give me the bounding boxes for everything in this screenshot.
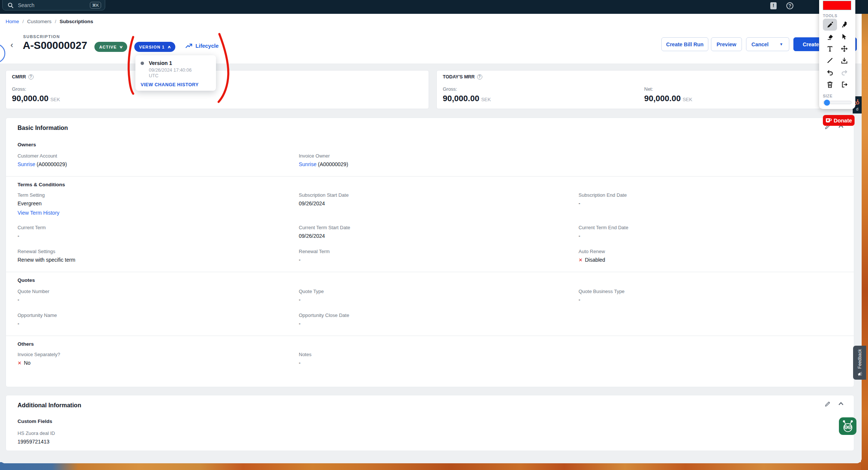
help-circle-icon[interactable]: ? [28,74,34,80]
pen-tool[interactable] [823,19,837,31]
field-auto-renew: Auto Renew ✕Disabled [579,249,842,263]
quotes-heading: Quotes [18,277,842,283]
field-quote-number: Quote Number - [18,289,299,303]
help-circle-icon[interactable]: ? [477,74,482,80]
cursor-icon [841,33,847,40]
exit-icon [841,81,848,88]
mrr-net-label: Net: [644,86,692,92]
help-icon[interactable]: ? [786,2,793,9]
undo-button[interactable] [823,66,837,78]
mrr-gross-value: 90,000.00SEK [443,94,491,103]
feedback-tab[interactable]: Feedback [853,346,866,380]
todays-mrr-card: TODAY'S MRR ? Gross: 90,000.00SEK Net: 9… [436,70,854,109]
highlighter-tool[interactable] [837,19,851,31]
field-current-term-start-date: Current Term Start Date 09/26/2024 [299,225,579,239]
section-divider [6,176,854,177]
breadcrumb-customers[interactable]: Customers [27,19,51,24]
breadcrumb-home[interactable]: Home [6,19,19,24]
text-tool[interactable] [823,43,837,55]
field-hs-zuora-deal-id: HS Zuora deal ID 19959721413 [18,430,842,445]
edit-pencil-icon[interactable] [825,401,831,407]
exit-button[interactable] [837,78,851,90]
preview-button[interactable]: Preview [711,37,742,51]
keyboard-shortcut-badge: ⌘K [90,2,101,9]
invoice-owner-link[interactable]: Sunrise [299,161,316,167]
redo-button[interactable] [837,66,851,78]
collapse-chevron-icon[interactable] [839,402,843,405]
popup-version-timestamp: 09/26/2024 17:40:06 UTC [149,68,197,79]
field-notes: Notes - [299,352,579,366]
chevron-down-icon: ∨ [119,45,123,49]
owners-heading: Owners [18,142,842,147]
text-icon [827,45,833,52]
cmrr-title: CMRR ? [12,74,423,80]
create-bill-run-button[interactable]: Create Bill Run [661,37,708,51]
field-quote-type: Quote Type - [299,289,579,303]
view-change-history-link[interactable]: VIEW CHANGE HISTORY [141,82,211,87]
page-title: A-S00000027 [23,40,87,52]
field-term-setting: Term Setting Evergreen View Term History [18,192,299,216]
donate-button[interactable]: Donate [823,115,855,126]
megaphone-icon [857,371,862,376]
chevron-up-icon: ∧ [167,45,171,49]
basic-information-card: Basic Information Owners Customer Accoun… [6,118,854,387]
others-heading: Others [18,341,842,347]
cancel-dropdown-caret[interactable]: ▼ [774,37,789,51]
size-slider[interactable] [823,101,852,104]
view-term-history-link[interactable]: View Term History [18,210,299,216]
color-swatch[interactable] [823,1,851,10]
field-current-term-end-date: Current Term End Date - [579,225,842,239]
download-tool[interactable] [837,55,851,66]
annotation-tools-palette: TOOLS [819,0,855,109]
search-input[interactable] [18,2,74,8]
move-icon [841,45,848,52]
highlighter-icon [840,21,848,28]
notifications-icon[interactable] [770,2,777,9]
back-button[interactable]: ‹ [10,40,13,50]
trash-icon [827,81,833,88]
kofi-cup-icon [825,118,832,123]
cancel-button[interactable]: Cancel [746,37,774,51]
undo-icon [827,69,834,76]
move-tool[interactable] [837,43,851,55]
pen-icon [826,21,834,28]
popup-version-name[interactable]: Version 1 [149,60,197,66]
subscription-kicker: SUBSCRIPTION [23,34,60,39]
section-divider [6,272,854,272]
global-search[interactable]: ⌘K [2,0,105,10]
eraser-tool[interactable] [823,31,837,43]
cmrr-card: CMRR ? Gross: 90,000.00SEK [6,70,429,109]
tools-label: TOOLS [823,13,852,18]
basic-information-title: Basic Information [18,125,842,131]
desktop-wallpaper-bottom [0,462,868,470]
mrr-net-value: 90,000.00SEK [644,94,692,103]
field-renewal-settings: Renewal Settings Renew with specific ter… [18,249,299,263]
status-badge[interactable]: ACTIVE ∨ [94,42,127,52]
lifecycle-link[interactable]: Lifecycle [185,43,219,49]
customer-account-link[interactable]: Sunrise [18,161,35,167]
additional-information-title: Additional Information [18,402,842,409]
version-badge[interactable]: VERSION 1 ∧ [134,42,175,52]
line-icon [827,57,833,64]
field-subscription-end-date: Subscription End Date - [579,192,842,216]
download-icon [841,57,848,64]
additional-information-card: Additional Information Custom Fields HS … [6,395,854,451]
custom-fields-heading: Custom Fields [18,418,842,424]
breadcrumb-separator: / [55,19,56,24]
app-window: Home / Customers / Subscriptions ‹ SUBSC… [0,0,862,463]
line-tool[interactable] [823,55,837,66]
field-opportunity-close-date: Opportunity Close Date - [299,312,579,327]
terms-heading: Terms & Conditions [18,182,842,187]
todays-mrr-title: TODAY'S MRR ? [443,74,848,80]
mrr-gross-label: Gross: [443,86,491,92]
breadcrumb-separator: / [22,19,24,24]
redo-icon [841,69,848,76]
robot-icon [840,419,855,434]
select-tool[interactable] [837,31,851,43]
chatbot-widget[interactable] [839,417,856,435]
clear-button[interactable] [823,78,837,90]
hubspot-letter: d [856,107,858,111]
breadcrumb: Home / Customers / Subscriptions [6,19,93,24]
size-slider-knob[interactable] [824,100,830,106]
desktop-wallpaper-right [861,0,868,470]
